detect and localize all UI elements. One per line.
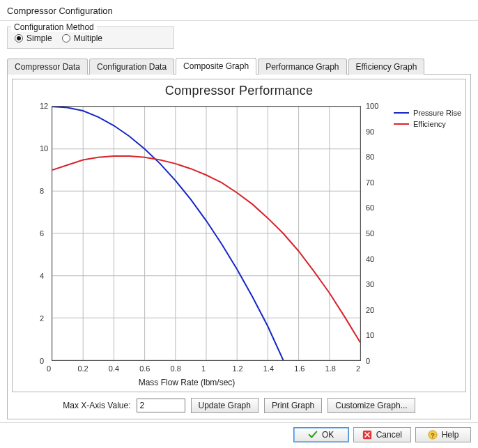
customize-graph-button[interactable]: Customize Graph... [327, 398, 415, 413]
y-left-tick-label: 0 [40, 357, 44, 365]
y-right-tick-label: 50 [366, 229, 374, 238]
legend-item-efficiency: Efficiency [394, 120, 461, 128]
x-tick-label: 1 [201, 364, 206, 373]
ok-button[interactable]: OK [293, 427, 349, 442]
dialog-footer: OK Cancel ? Help [0, 422, 478, 448]
window: Compressor Configuration Configuration M… [0, 0, 478, 448]
y-right-tick-label: 30 [366, 280, 374, 288]
svg-text:?: ? [431, 431, 435, 439]
legend-item-pressure: Pressure Rise [394, 109, 461, 117]
x-tick-label: 1.4 [263, 364, 274, 373]
tab-pane-composite-graph: Compressor Performance Pressure Rise (ps… [7, 74, 471, 419]
y-left-tick-label: 10 [40, 144, 48, 153]
check-icon [308, 430, 318, 440]
x-tick-label: 1.6 [294, 364, 304, 373]
legend-label-pressure: Pressure Rise [413, 109, 461, 117]
x-tick-label: 0.2 [77, 364, 88, 373]
y-right-tick-label: 80 [366, 153, 374, 161]
y-right-tick-label: 70 [366, 178, 374, 187]
x-tick-label: 1.2 [232, 364, 242, 373]
legend-label-efficiency: Efficiency [413, 120, 446, 128]
y-right-tick-label: 90 [366, 128, 374, 136]
print-graph-button[interactable]: Print Graph [264, 398, 322, 413]
config-method-group: Configuration Method Simple Multiple [7, 26, 174, 49]
tab-composite-graph[interactable]: Composite Graph [176, 58, 256, 75]
tab-strip: Compressor Data Configuration Data Compo… [7, 57, 471, 74]
help-label: Help [442, 430, 459, 440]
radio-multiple[interactable]: Multiple [62, 33, 102, 43]
close-icon [362, 430, 372, 440]
help-icon: ? [428, 430, 438, 440]
chart-container: Compressor Performance Pressure Rise (ps… [12, 79, 466, 392]
cancel-label: Cancel [376, 430, 402, 440]
plot-area [52, 106, 361, 361]
tab-performance-graph[interactable]: Performance Graph [258, 59, 346, 75]
y-right-tick-label: 20 [366, 306, 374, 314]
x-tick-label: 0 [47, 364, 51, 373]
x-axis-label: Mass Flow Rate (lbm/sec) [13, 378, 361, 387]
max-x-label: Max X-Axis Value: [63, 401, 130, 410]
y-left-tick-label: 6 [40, 229, 44, 238]
tab-configuration-data[interactable]: Configuration Data [89, 59, 174, 75]
tab-efficiency-graph[interactable]: Efficiency Graph [348, 59, 425, 75]
help-button[interactable]: ? Help [415, 427, 471, 442]
radio-multiple-label: Multiple [74, 33, 102, 43]
y-right-tick-label: 40 [366, 255, 374, 263]
y-left-tick-label: 4 [40, 272, 44, 280]
radio-icon [62, 34, 70, 43]
x-tick-label: 0.6 [139, 364, 150, 373]
ok-label: OK [322, 430, 334, 440]
x-tick-label: 1.8 [325, 364, 336, 373]
radio-simple[interactable]: Simple [15, 33, 52, 43]
chart-title: Compressor Performance [13, 79, 465, 98]
radio-icon [15, 34, 23, 43]
window-title: Compressor Configuration [0, 0, 478, 21]
plot-svg [52, 107, 360, 360]
y-left-tick-label: 12 [40, 102, 48, 110]
x-tick-label: 0.8 [171, 364, 181, 373]
y-right-tick-label: 0 [366, 357, 370, 365]
y-left-tick-label: 8 [40, 187, 44, 195]
y-right-tick-label: 10 [366, 331, 374, 339]
update-graph-button[interactable]: Update Graph [191, 398, 259, 413]
x-tick-label: 2 [356, 364, 360, 373]
cancel-button[interactable]: Cancel [353, 427, 411, 442]
chart-controls: Max X-Axis Value: Update Graph Print Gra… [10, 396, 468, 413]
max-x-input[interactable] [137, 399, 185, 412]
legend-swatch-icon [394, 123, 409, 125]
x-tick-label: 0.4 [109, 364, 119, 373]
y-left-tick-label: 2 [40, 314, 44, 323]
config-method-legend: Configuration Method [11, 22, 97, 32]
legend-swatch-icon [394, 112, 409, 114]
radio-simple-label: Simple [26, 33, 52, 43]
y-right-tick-label: 60 [366, 203, 374, 212]
y-right-tick-label: 100 [366, 102, 378, 110]
chart-legend: Pressure Rise Efficiency [394, 109, 461, 131]
tab-compressor-data[interactable]: Compressor Data [7, 59, 88, 75]
